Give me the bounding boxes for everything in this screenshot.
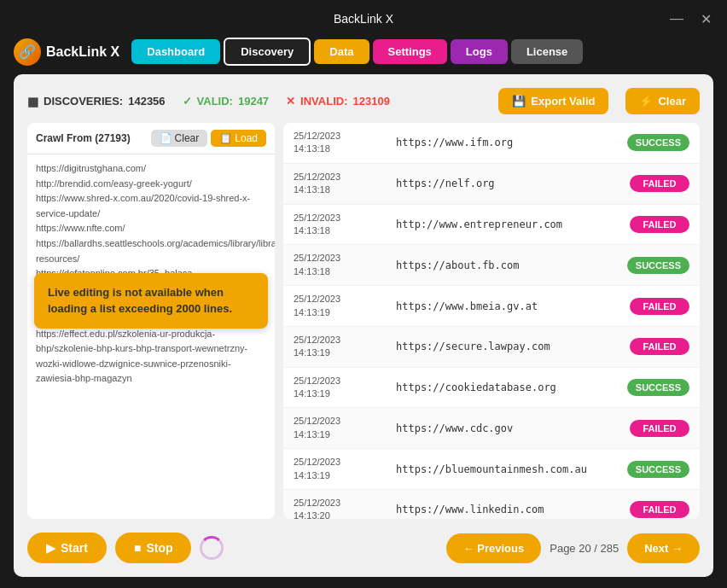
result-row: 25/12/2023 14:13:19https://bluemountainm…: [283, 449, 700, 490]
load-doc-icon: 📋: [219, 132, 232, 144]
result-row: 25/12/2023 14:13:18https://nelf.orgFAILE…: [283, 164, 700, 205]
tab-data[interactable]: Data: [314, 39, 369, 64]
result-row: 25/12/2023 14:13:18https://about.fb.comS…: [283, 245, 700, 286]
result-datetime: 25/12/2023 14:13:18: [294, 171, 387, 197]
content-area: Crawl From (27193) 📄 Clear 📋 Load https:…: [27, 123, 700, 519]
invalid-stat: ✕ INVALID: 123109: [286, 95, 390, 108]
page-info: Page 20 / 285: [550, 542, 619, 555]
stop-icon: ■: [134, 541, 141, 555]
previous-button[interactable]: ← Previous: [446, 533, 542, 563]
result-datetime: 25/12/2023 14:13:19: [294, 415, 387, 441]
result-status-badge: SUCCESS: [627, 379, 689, 396]
result-datetime: 25/12/2023 14:13:19: [294, 375, 387, 401]
result-datetime: 25/12/2023 14:13:18: [294, 130, 387, 156]
result-datetime: 25/12/2023 14:13:19: [294, 334, 387, 360]
close-button[interactable]: ✕: [695, 9, 717, 29]
loading-spinner: [200, 536, 224, 560]
result-url: https://www.ifm.org: [396, 137, 619, 148]
valid-check-icon: ✓: [183, 95, 192, 108]
start-button[interactable]: ▶ Start: [27, 533, 107, 563]
tab-logs[interactable]: Logs: [451, 39, 508, 64]
valid-value: 19247: [238, 95, 269, 108]
result-status-badge: FAILED: [630, 175, 689, 192]
result-row: 25/12/2023 14:13:19https://www.bmeia.gv.…: [283, 286, 700, 327]
left-panel-buttons: 📄 Clear 📋 Load: [151, 130, 266, 147]
result-url: https://www.linkedin.com: [396, 504, 621, 515]
invalid-value: 123109: [352, 95, 389, 108]
left-panel-title: Crawl From (27193): [36, 132, 131, 144]
tooltip-overlay: Live editing is not available when loadi…: [34, 273, 268, 328]
logo-icon: 🔗: [14, 38, 41, 66]
play-icon: ▶: [46, 541, 55, 555]
crawl-url-item: https://www.nfte.com/: [36, 221, 266, 236]
result-row: 25/12/2023 14:13:19https://www.cdc.govFA…: [283, 408, 700, 449]
result-status-badge: FAILED: [630, 298, 689, 315]
discoveries-label: DISCOVERIES:: [44, 95, 123, 108]
invalid-x-icon: ✕: [286, 95, 295, 108]
tab-dashboard[interactable]: Dashboard: [131, 39, 220, 64]
result-datetime: 25/12/2023 14:13:18: [294, 252, 387, 278]
result-url: https://nelf.org: [396, 178, 621, 189]
logo: 🔗 BackLink X: [14, 38, 119, 66]
export-valid-button[interactable]: 💾 Export Valid: [498, 88, 608, 114]
result-url: https://www.cdc.gov: [396, 422, 621, 434]
result-row: 25/12/2023 14:13:19https://cookiedatabas…: [283, 368, 700, 409]
result-url: https://cookiedatabase.org: [396, 381, 619, 393]
clear-top-button[interactable]: ⚡ Clear: [625, 88, 700, 114]
crawl-url-item: https://effect.edu.pl/szkolenia-ur-produ…: [36, 327, 266, 387]
result-row: 25/12/2023 14:13:18http://www.entreprene…: [283, 205, 700, 246]
result-row: 25/12/2023 14:13:19https://secure.lawpay…: [283, 327, 700, 368]
discoveries-value: 142356: [128, 95, 165, 108]
clear-crawl-button[interactable]: 📄 Clear: [151, 130, 208, 147]
results-panel: 25/12/2023 14:13:18https://www.ifm.orgSU…: [283, 123, 700, 519]
export-icon: 💾: [512, 95, 526, 108]
valid-label: VALID:: [197, 95, 233, 108]
minimize-button[interactable]: —: [665, 9, 689, 29]
result-datetime: 25/12/2023 14:13:18: [294, 212, 387, 238]
result-status-badge: SUCCESS: [627, 461, 689, 478]
navbar: 🔗 BackLink X Dashboard Discovery Data Se…: [0, 38, 727, 74]
result-datetime: 25/12/2023 14:13:20: [294, 497, 387, 519]
valid-stat: ✓ VALID: 19247: [183, 95, 270, 108]
lightning-icon: ⚡: [639, 95, 653, 108]
result-status-badge: SUCCESS: [627, 257, 689, 274]
result-url: https://about.fb.com: [396, 259, 619, 271]
left-panel-header: Crawl From (27193) 📄 Clear 📋 Load: [27, 123, 275, 154]
result-status-badge: SUCCESS: [627, 134, 689, 151]
tooltip-text: Live editing is not available when loadi…: [48, 286, 232, 314]
window-controls: — ✕: [665, 9, 717, 29]
clear-doc-icon: 📄: [160, 132, 172, 144]
titlebar: BackLink X — ✕: [0, 0, 727, 38]
crawl-url-item: https://digitrustghana.com/: [36, 161, 266, 177]
grid-icon: ▦: [27, 95, 38, 108]
crawl-url-item: https://ballardhs.seattleschools.org/aca…: [36, 236, 266, 266]
logo-text: BackLink X: [46, 44, 119, 60]
tab-discovery[interactable]: Discovery: [224, 38, 311, 66]
result-url: http://www.entrepreneur.com: [396, 218, 621, 230]
result-datetime: 25/12/2023 14:13:19: [294, 456, 387, 482]
bottom-bar: ▶ Start ■ Stop ← Previous Page 20 / 285 …: [27, 527, 700, 563]
result-url: https://secure.lawpay.com: [396, 341, 621, 352]
main-content: ▦ DISCOVERIES: 142356 ✓ VALID: 19247 ✕ I…: [14, 74, 713, 577]
discoveries-stat: ▦ DISCOVERIES: 142356: [27, 95, 166, 108]
left-panel: Crawl From (27193) 📄 Clear 📋 Load https:…: [27, 123, 275, 519]
result-status-badge: FAILED: [630, 501, 689, 518]
crawl-url-item: https://www.shred-x.com.au/2020/covid-19…: [36, 191, 266, 221]
result-url: https://www.bmeia.gv.at: [396, 300, 621, 312]
result-status-badge: FAILED: [630, 338, 689, 355]
tab-settings[interactable]: Settings: [373, 39, 447, 64]
stats-bar: ▦ DISCOVERIES: 142356 ✓ VALID: 19247 ✕ I…: [27, 88, 700, 114]
result-datetime: 25/12/2023 14:13:19: [294, 293, 387, 319]
crawl-url-list[interactable]: https://digitrustghana.com/http://brendi…: [27, 154, 275, 519]
result-status-badge: FAILED: [630, 216, 689, 233]
invalid-label: INVALID:: [300, 95, 347, 108]
result-row: 25/12/2023 14:13:20https://www.linkedin.…: [283, 490, 700, 519]
load-crawl-button[interactable]: 📋 Load: [211, 130, 266, 147]
crawl-url-item: http://brendid.com/easy-greek-yogurt/: [36, 177, 266, 192]
tab-license[interactable]: License: [511, 39, 583, 64]
result-status-badge: FAILED: [630, 420, 689, 437]
next-button[interactable]: Next →: [627, 533, 700, 563]
stop-button[interactable]: ■ Stop: [115, 533, 192, 563]
app-title: BackLink X: [334, 12, 393, 26]
result-url: https://bluemountainmesh.com.au: [396, 463, 619, 475]
